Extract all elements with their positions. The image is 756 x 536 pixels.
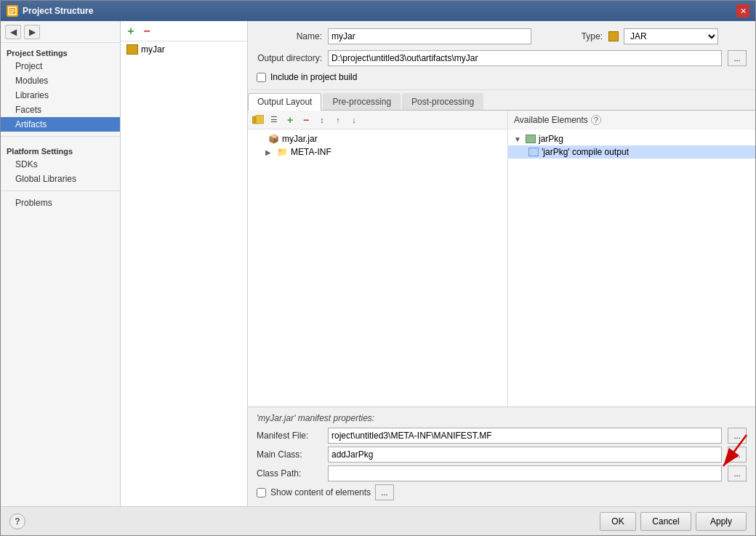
show-content-label: Show content of elements [270, 487, 371, 497]
manifest-file-label: Manifest File: [257, 431, 322, 441]
sidebar-item-modules[interactable]: Modules [1, 73, 120, 88]
sidebar: ◀ ▶ Project Settings Project Modules Lib… [1, 21, 121, 506]
list-view-button[interactable]: ☰ [267, 113, 281, 127]
sidebar-item-libraries[interactable]: Libraries [1, 88, 120, 103]
main-class-input[interactable] [328, 447, 722, 463]
sidebar-item-global-libraries[interactable]: Global Libraries [1, 172, 120, 186]
include-in-build-label: Include in project build [270, 72, 357, 82]
sidebar-item-problems[interactable]: Problems [1, 196, 120, 210]
svg-rect-5 [256, 115, 264, 124]
artifacts-toolbar: + − [121, 21, 247, 41]
available-header: Available Elements ? [508, 111, 755, 129]
show-content-checkbox[interactable] [257, 488, 266, 497]
manifest-file-browse-button[interactable]: ... [728, 428, 747, 444]
right-panel: Name: Type: JAR Output directory: ... [248, 21, 755, 506]
tab-post-processing[interactable]: Post-processing [402, 93, 483, 110]
structure-tree: 📦 myJar.jar ▶ 📁 META-INF [248, 129, 507, 407]
output-dir-input[interactable] [328, 50, 722, 66]
add-artifact-button[interactable]: + [124, 24, 138, 39]
name-input[interactable] [328, 28, 531, 44]
avail-item-jarpkg[interactable]: ▼ jarPkg [508, 132, 755, 145]
sidebar-item-artifacts[interactable]: Artifacts [1, 117, 120, 132]
sort-button[interactable]: ↕ [315, 113, 329, 127]
main-class-browse-button[interactable]: ... [728, 447, 747, 463]
project-structure-window: Project Structure ✕ ◀ ▶ Project Settings… [0, 0, 756, 536]
nav-forward-button[interactable]: ▶ [24, 25, 40, 39]
avail-expand-icon: ▼ [514, 135, 523, 143]
window-icon [7, 5, 18, 17]
sidebar-item-facets[interactable]: Facets [1, 103, 120, 117]
move-down-button[interactable]: ↓ [347, 113, 361, 127]
type-row: JAR [608, 28, 718, 44]
cancel-button[interactable]: Cancel [640, 512, 691, 531]
type-jar-icon [608, 31, 619, 41]
class-path-row: Class Path: ... [257, 465, 747, 481]
structure-toolbar: ☰ + − ↕ ↑ ↓ [248, 111, 507, 129]
tabs-bar: Output Layout Pre-processing Post-proces… [248, 90, 755, 111]
name-label: Name: [257, 31, 322, 41]
tab-pre-processing[interactable]: Pre-processing [323, 93, 401, 110]
main-content: ◀ ▶ Project Settings Project Modules Lib… [1, 21, 755, 506]
move-up-button[interactable]: ↑ [331, 113, 345, 127]
svg-rect-1 [10, 9, 15, 10]
artifact-item-label: myJar [141, 44, 165, 55]
manifest-file-row: Manifest File: ... [257, 428, 747, 444]
project-settings-label: Project Settings [1, 43, 120, 59]
apply-button[interactable]: Apply [696, 512, 747, 531]
output-dir-row: Output directory: ... [257, 50, 747, 66]
bottom-bar: ? OK Cancel Apply [1, 506, 755, 535]
svg-rect-3 [10, 12, 13, 13]
ok-button[interactable]: OK [600, 512, 636, 531]
artifacts-panel: + − myJar [121, 21, 248, 506]
help-button[interactable]: ? [9, 513, 25, 529]
main-class-row: Main Class: ... [257, 447, 747, 463]
remove-artifact-button[interactable]: − [140, 24, 154, 39]
close-button[interactable]: ✕ [736, 4, 749, 17]
meta-inf-label: META-INF [291, 147, 331, 157]
window-title: Project Structure [23, 6, 732, 16]
artifact-item-myjar[interactable]: myJar [121, 41, 247, 57]
nav-back-button[interactable]: ◀ [5, 25, 21, 39]
jarpkg-label: jarPkg [539, 134, 563, 144]
jar-label: myJar.jar [282, 134, 318, 144]
expand-meta-icon: ▶ [265, 148, 274, 156]
output-split: ☰ + − ↕ ↑ ↓ 📦 myJar.jar [248, 111, 755, 407]
type-select[interactable]: JAR [624, 28, 718, 44]
main-class-label: Main Class: [257, 449, 322, 460]
available-elements-panel: Available Elements ? ▼ jarPkg 'ja [508, 111, 755, 407]
manifest-section: 'myJar.jar' manifest properties: Manifes… [248, 407, 755, 506]
include-in-build-checkbox[interactable] [257, 73, 266, 82]
tab-output-layout[interactable]: Output Layout [248, 93, 321, 111]
sidebar-item-sdks[interactable]: SDKs [1, 157, 120, 172]
class-path-browse-button[interactable]: ... [728, 465, 747, 481]
compile-output-label: 'jarPkg' compile output [542, 147, 629, 157]
folder-add-button[interactable] [251, 113, 265, 127]
show-content-browse-button[interactable]: ... [375, 484, 394, 500]
add-element-button[interactable]: + [283, 113, 297, 127]
name-row: Name: Type: JAR [257, 28, 747, 44]
tree-item-meta-inf[interactable]: ▶ 📁 META-INF [248, 145, 507, 159]
available-tree: ▼ jarPkg 'jarPkg' compile output [508, 129, 755, 407]
help-icon[interactable]: ? [591, 115, 601, 125]
sidebar-item-project[interactable]: Project [1, 59, 120, 73]
output-dir-browse-button[interactable]: ... [728, 50, 747, 66]
remove-element-button[interactable]: − [299, 113, 313, 127]
class-path-input[interactable] [328, 465, 722, 481]
type-label: Type: [537, 31, 603, 41]
manifest-file-input[interactable] [328, 428, 722, 444]
title-bar: Project Structure ✕ [1, 1, 755, 21]
include-build-row: Include in project build [257, 72, 747, 82]
sidebar-divider [1, 136, 120, 137]
class-path-label: Class Path: [257, 468, 322, 479]
platform-settings-label: Platform Settings [1, 141, 120, 157]
package-icon [526, 135, 536, 143]
compile-output-icon [528, 148, 539, 156]
folder-icon: 📁 [277, 147, 288, 157]
structure-panel: ☰ + − ↕ ↑ ↓ 📦 myJar.jar [248, 111, 508, 407]
artifact-jar-icon [126, 44, 138, 55]
svg-rect-2 [10, 11, 15, 12]
output-dir-label: Output directory: [257, 53, 322, 63]
tree-item-myjar[interactable]: 📦 myJar.jar [248, 132, 507, 145]
avail-item-compile-output[interactable]: 'jarPkg' compile output [508, 145, 755, 159]
sidebar-divider-2 [1, 191, 120, 191]
